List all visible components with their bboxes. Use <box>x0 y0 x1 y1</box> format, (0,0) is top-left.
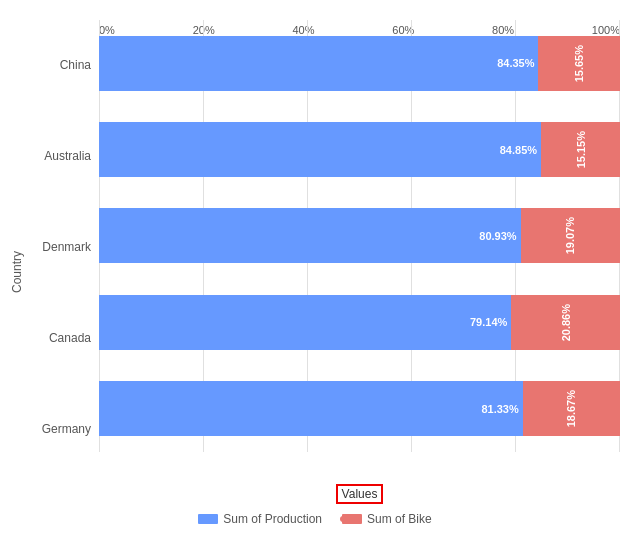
bar-bike-denmark: 19.07% <box>521 208 620 263</box>
legend-item-bike: Sum of Bike <box>342 512 432 526</box>
legend-icon-production <box>198 512 218 526</box>
bar-production-australia: 84.85% <box>99 122 541 177</box>
bar-bike-canada: 20.86% <box>511 295 620 350</box>
bars-area: 84.35%15.65%84.85%15.15%80.93%19.07%79.1… <box>99 10 620 482</box>
bar-row-denmark: 80.93%19.07% <box>99 208 620 263</box>
bar-production-label: 80.93% <box>479 230 516 242</box>
y-label-china: China <box>60 58 91 72</box>
bar-bike-label: 18.67% <box>565 390 577 427</box>
bar-bike-label: 15.65% <box>573 45 585 82</box>
legend-bike-label: Sum of Bike <box>367 512 432 526</box>
bar-row-canada: 79.14%20.86% <box>99 295 620 350</box>
chart-area: Country ChinaAustraliaDenmarkCanadaGerma… <box>10 10 620 504</box>
y-label-germany: Germany <box>42 422 91 436</box>
bar-production-label: 84.85% <box>500 144 537 156</box>
bar-bike-label: 15.15% <box>575 131 587 168</box>
bar-row-germany: 81.33%18.67% <box>99 381 620 436</box>
bar-production-germany: 81.33% <box>99 381 523 436</box>
legend-icon-bike <box>342 512 362 526</box>
production-color-swatch <box>198 514 218 524</box>
bar-production-denmark: 80.93% <box>99 208 521 263</box>
y-label-australia: Australia <box>44 149 91 163</box>
bar-bike-label: 20.86% <box>560 304 572 341</box>
bar-production-label: 79.14% <box>470 316 507 328</box>
x-axis-title: Values <box>99 484 620 504</box>
values-label: Values <box>336 484 384 504</box>
chart-container: Country ChinaAustraliaDenmarkCanadaGerma… <box>0 0 630 540</box>
legend-item-production: Sum of Production <box>198 512 322 526</box>
y-label-canada: Canada <box>49 331 91 345</box>
bars-wrapper: 84.35%15.65%84.85%15.15%80.93%19.07%79.1… <box>99 20 620 452</box>
bike-color-swatch <box>342 514 362 524</box>
bar-row-australia: 84.85%15.15% <box>99 122 620 177</box>
legend-production-label: Sum of Production <box>223 512 322 526</box>
bar-production-label: 84.35% <box>497 57 534 69</box>
bar-bike-australia: 15.15% <box>541 122 620 177</box>
y-label-denmark: Denmark <box>42 240 91 254</box>
bar-production-label: 81.33% <box>481 403 518 415</box>
y-axis-title: Country <box>10 10 24 504</box>
bar-production-china: 84.35% <box>99 36 538 91</box>
bar-bike-china: 15.65% <box>538 36 620 91</box>
bar-row-china: 84.35%15.65% <box>99 36 620 91</box>
chart-inner: 84.35%15.65%84.85%15.15%80.93%19.07%79.1… <box>99 10 620 504</box>
legend: Sum of Production Sum of Bike <box>10 504 620 530</box>
bar-bike-label: 19.07% <box>564 217 576 254</box>
y-axis: ChinaAustraliaDenmarkCanadaGermany <box>24 10 99 504</box>
bar-bike-germany: 18.67% <box>523 381 620 436</box>
bar-production-canada: 79.14% <box>99 295 511 350</box>
